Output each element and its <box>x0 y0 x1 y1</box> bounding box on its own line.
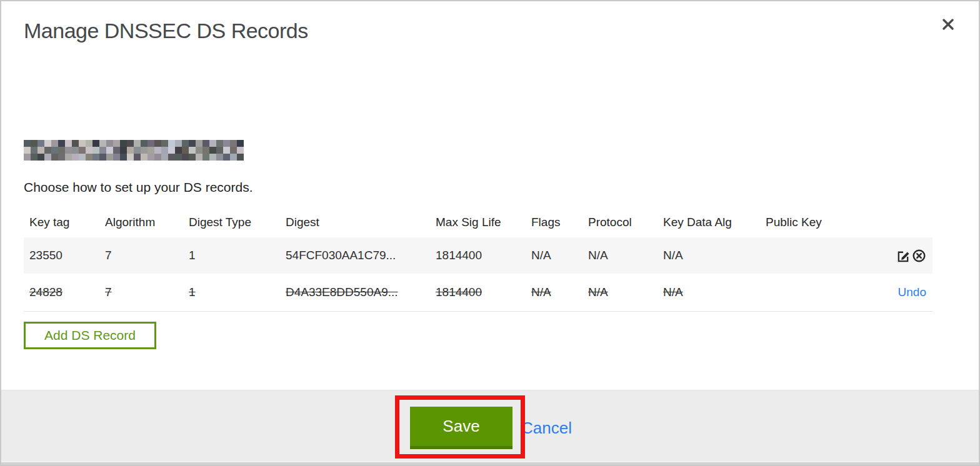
page-title: Manage DNSSEC DS Records <box>24 19 308 43</box>
manage-dnssec-modal: Manage DNSSEC DS Records Choose how to s… <box>0 0 980 466</box>
cell-key-data-alg: N/A <box>658 237 760 274</box>
ds-records-table: Key tag Algorithm Digest Type Digest Max… <box>24 207 932 312</box>
cancel-link[interactable]: Cancel <box>521 419 572 438</box>
domain-name-redacted <box>24 140 244 161</box>
cell-digest: 54FCF030AA1C79... <box>280 237 430 274</box>
table-header-row: Key tag Algorithm Digest Type Digest Max… <box>24 207 932 237</box>
cell-algorithm: 7 <box>99 274 183 311</box>
column-header-max-sig-life: Max Sig Life <box>430 207 526 237</box>
cell-algorithm: 7 <box>99 237 183 274</box>
save-button[interactable]: Save <box>410 407 512 449</box>
undo-link[interactable]: Undo <box>898 285 926 299</box>
cell-flags: N/A <box>526 237 582 274</box>
column-header-digest: Digest <box>280 207 430 237</box>
column-header-key-data-alg: Key Data Alg <box>658 207 760 237</box>
table-row: 23550 7 1 54FCF030AA1C79... 1814400 N/A … <box>24 237 932 274</box>
column-header-digest-type: Digest Type <box>183 207 280 237</box>
cell-public-key <box>760 274 857 311</box>
column-header-actions <box>857 207 932 237</box>
delete-record-icon[interactable] <box>912 249 926 263</box>
cell-key-tag: 23550 <box>24 237 99 274</box>
cell-key-data-alg: N/A <box>658 274 760 311</box>
cell-protocol: N/A <box>582 274 658 311</box>
row-actions: Undo <box>857 274 932 311</box>
add-ds-record-button[interactable]: Add DS Record <box>24 322 156 349</box>
cell-protocol: N/A <box>582 237 658 274</box>
column-header-public-key: Public Key <box>760 207 857 237</box>
edit-record-icon[interactable] <box>896 249 911 263</box>
table-row-deleted: 24828 7 1 D4A33E8DD550A9... 1814400 N/A … <box>24 274 932 311</box>
cell-max-sig-life: 1814400 <box>430 237 526 274</box>
cell-digest-type: 1 <box>183 274 280 311</box>
instruction-text: Choose how to set up your DS records. <box>24 180 253 195</box>
window-bottom-edge <box>1 462 980 465</box>
column-header-flags: Flags <box>526 207 582 237</box>
row-actions <box>857 237 932 274</box>
column-header-protocol: Protocol <box>582 207 658 237</box>
cell-digest: D4A33E8DD550A9... <box>280 274 430 311</box>
cell-digest-type: 1 <box>183 237 280 274</box>
cell-public-key <box>760 237 857 274</box>
cell-key-tag: 24828 <box>24 274 99 311</box>
cell-flags: N/A <box>526 274 582 311</box>
close-icon[interactable] <box>939 15 958 34</box>
column-header-algorithm: Algorithm <box>99 207 183 237</box>
column-header-key-tag: Key tag <box>24 207 99 237</box>
cell-max-sig-life: 1814400 <box>430 274 526 311</box>
